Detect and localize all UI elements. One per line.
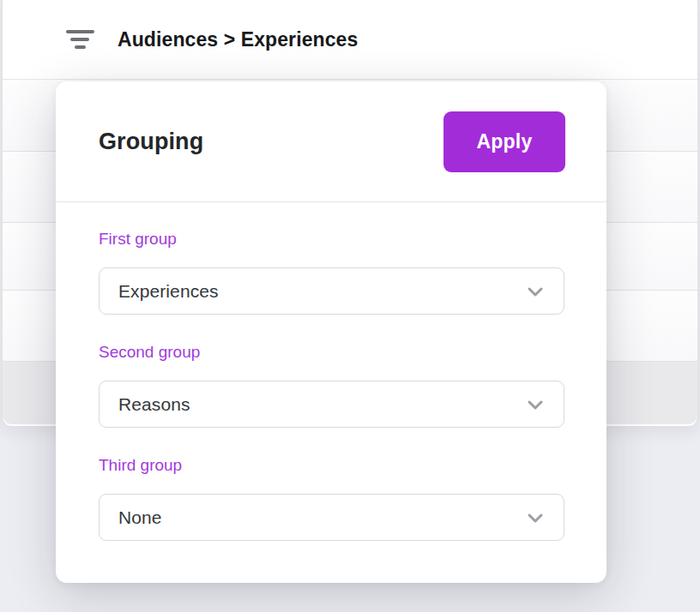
chevron-down-icon	[523, 393, 547, 417]
breadcrumb: Audiences > Experiences	[118, 28, 358, 51]
second-group-label: Second group	[99, 343, 564, 362]
third-group-value: None	[118, 507, 162, 528]
popover-header: Grouping Apply	[56, 81, 606, 201]
grouping-popover: Grouping Apply First group Experiences S…	[56, 81, 606, 583]
second-group-value: Reasons	[118, 394, 190, 415]
first-group-label: First group	[99, 230, 564, 249]
chevron-down-icon	[523, 506, 547, 530]
first-group-value: Experiences	[118, 281, 219, 302]
popover-title: Grouping	[99, 129, 203, 155]
third-group-select[interactable]: None	[99, 494, 564, 541]
popover-body: First group Experiences Second group Rea…	[56, 202, 606, 541]
top-bar: Audiences > Experiences	[3, 0, 697, 80]
second-group-select[interactable]: Reasons	[99, 381, 564, 428]
filter-icon[interactable]	[65, 30, 94, 49]
third-group-label: Third group	[99, 456, 564, 475]
chevron-down-icon	[523, 279, 547, 303]
first-group-select[interactable]: Experiences	[99, 267, 564, 315]
apply-button[interactable]: Apply	[444, 111, 565, 172]
